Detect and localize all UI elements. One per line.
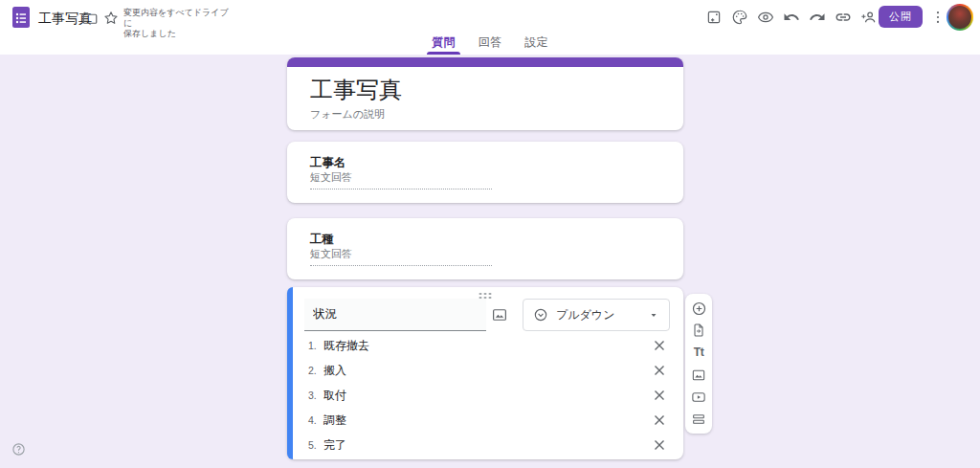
save-status-line1: 変更内容をすべてドライブに [123,8,229,29]
add-question-icon[interactable] [690,300,707,317]
option-label[interactable]: 既存撤去 [323,338,369,354]
option-row: 1. 既存撤去 [287,333,683,358]
option-number: 1. [308,340,317,351]
question-title[interactable]: 工事名 [310,155,346,171]
question-type-select[interactable]: プルダウン [523,299,670,331]
tab-settings[interactable]: 設定 [520,31,553,55]
move-to-folder-icon[interactable] [81,10,99,27]
import-questions-icon[interactable] [690,322,707,339]
top-app-bar: 工事写真 変更内容をすべてドライブに 保存しました [0,0,980,55]
remove-option-icon[interactable] [651,362,668,379]
tab-questions[interactable]: 質問 [427,31,460,55]
question-card-active[interactable]: プルダウン 1. 既存撤去 2. 搬入 3. 取付 4. 調整 [287,287,683,459]
question-toolbar: Tt [685,294,712,434]
preview-eye-icon[interactable] [757,9,774,26]
add-section-icon[interactable] [690,411,707,428]
theme-color-bar [287,57,683,67]
options-list: 1. 既存撤去 2. 搬入 3. 取付 4. 調整 5. 完了 [287,333,683,457]
question-title-input[interactable] [304,299,486,331]
add-video-icon[interactable] [690,389,707,406]
short-answer-placeholder: 短文回答 [310,170,492,189]
remove-option-icon[interactable] [651,412,668,429]
question-type-label: プルダウン [556,307,640,323]
option-label[interactable]: 完了 [323,437,346,454]
form-title[interactable]: 工事写真 [310,75,402,105]
option-row: 3. 取付 [287,383,683,408]
question-card-1[interactable]: 工事名 短文回答 [287,142,683,203]
help-icon[interactable] [11,442,26,457]
remove-option-icon[interactable] [651,436,668,454]
tab-responses[interactable]: 回答 [474,31,507,55]
redo-icon[interactable] [809,9,826,26]
star-icon[interactable] [102,10,120,27]
form-tabs: 質問 回答 設定 [0,31,980,55]
google-forms-editor: 工事写真 変更内容をすべてドライブに 保存しました [0,0,980,468]
account-avatar[interactable] [947,4,973,31]
option-number: 5. [308,439,317,451]
remove-option-icon[interactable] [651,387,668,404]
header-actions [705,9,878,26]
customize-theme-palette-icon[interactable] [731,9,748,26]
undo-icon[interactable] [783,9,800,26]
add-image-icon[interactable] [491,306,508,323]
avatar-photo [948,6,971,29]
option-row: 4. 調整 [287,408,683,433]
option-row: 5. 完了 [287,433,683,457]
option-label[interactable]: 取付 [323,388,346,404]
more-options-icon[interactable] [929,9,947,26]
forms-logo-icon[interactable] [10,6,33,29]
question-card-2[interactable]: 工種 短文回答 [287,218,683,279]
short-answer-placeholder: 短文回答 [310,247,492,266]
add-collaborator-icon[interactable] [860,9,878,26]
option-number: 2. [308,365,317,376]
publish-button[interactable]: 公開 [879,6,923,28]
add-title-icon[interactable]: Tt [690,344,707,361]
option-row: 2. 搬入 [287,358,683,383]
add-image-toolbar-icon[interactable] [690,367,707,384]
option-number: 3. [308,390,317,401]
dropdown-circle-chevron-icon [533,307,548,323]
form-description-placeholder[interactable]: フォームの説明 [310,107,385,122]
option-label[interactable]: 調整 [323,412,346,429]
question-title[interactable]: 工種 [310,232,334,248]
option-label[interactable]: 搬入 [323,363,346,379]
document-add-icon[interactable] [705,9,723,26]
remove-option-icon[interactable] [651,337,668,354]
form-title-card[interactable]: 工事写真 フォームの説明 [287,57,683,130]
option-number: 4. [308,414,317,426]
caret-down-icon [648,309,659,321]
copy-link-icon[interactable] [835,9,852,26]
